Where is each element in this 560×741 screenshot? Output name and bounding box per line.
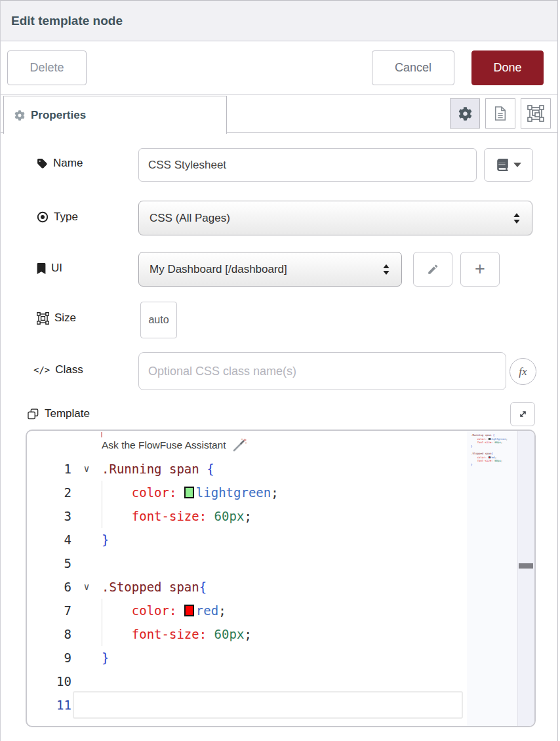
copy-icon (27, 408, 39, 420)
ui-select[interactable]: My Dashboard [/dashboard] (138, 252, 402, 287)
line-number: 1 (27, 462, 71, 476)
document-icon (493, 106, 508, 121)
code-text: font-size: 60px; (102, 509, 252, 523)
expand-icon (517, 409, 529, 420)
code-line[interactable]: 5 (27, 551, 464, 575)
code-text: color: lightgreen; (102, 485, 279, 500)
line-number: 8 (27, 627, 71, 641)
node-properties-button[interactable] (450, 98, 480, 129)
fold-chevron-icon[interactable]: ∨ (71, 463, 102, 475)
color-swatch[interactable] (184, 605, 194, 616)
name-input[interactable] (138, 148, 477, 182)
code-line[interactable]: 2 color: lightgreen; (27, 481, 464, 504)
node-appearance-button[interactable] (521, 98, 551, 129)
scrollbar-thumb[interactable] (519, 563, 533, 569)
object-group-icon (527, 105, 544, 122)
code-line[interactable]: 10 (27, 670, 464, 693)
assistant-hint[interactable]: Ask the FlowFuse Assistant (27, 433, 464, 457)
object-group-icon (37, 312, 49, 325)
code-text: font-size: 60px; (102, 627, 252, 641)
edit-template-node-dialog: Edit template node Delete Cancel Done Pr… (0, 0, 558, 741)
minimap-line (471, 470, 520, 474)
type-select-value: CSS (All Pages) (150, 212, 512, 225)
book-icon (496, 159, 509, 171)
edit-ui-button[interactable] (413, 252, 452, 287)
editor-minimap[interactable]: .Running span { color: lightgreen; font-… (467, 431, 520, 726)
name-label: Name (37, 157, 83, 170)
magic-wand-icon (232, 438, 247, 452)
code-text: color: red; (102, 603, 226, 618)
template-label: Template (27, 407, 90, 420)
fold-chevron-icon[interactable]: ∨ (71, 581, 102, 593)
line-number: 9 (27, 651, 71, 665)
line-number: 5 (27, 556, 71, 571)
code-text: .Stopped span{ (102, 580, 207, 594)
pencil-icon (427, 264, 439, 275)
code-text: } (102, 651, 109, 665)
tag-icon (37, 158, 48, 169)
add-ui-button[interactable]: + (460, 252, 500, 287)
dialog-header: Edit template node (1, 1, 557, 41)
color-swatch[interactable] (184, 487, 194, 498)
node-description-button[interactable] (485, 98, 515, 129)
line-number: 7 (27, 603, 71, 618)
template-code-editor[interactable]: Ask the FlowFuse Assistant 1∨.Running sp… (26, 430, 536, 727)
ui-label: UI (37, 262, 62, 275)
bookmark-icon (37, 263, 46, 274)
tab-properties-label: Properties (31, 109, 86, 122)
class-label: </> Class (33, 363, 83, 376)
code-lines: 1∨.Running span {2 color: lightgreen;3 f… (27, 457, 464, 717)
circle-dot-icon (37, 211, 49, 223)
line-number: 3 (27, 509, 71, 523)
code-line[interactable]: 3 font-size: 60px; (27, 504, 464, 528)
line-number: 2 (27, 485, 71, 500)
line-number: 6 (27, 580, 71, 594)
gear-icon (14, 110, 25, 121)
line-number: 11 (27, 698, 71, 712)
fx-expression-button[interactable]: fx (510, 358, 536, 385)
done-button[interactable]: Done (471, 50, 544, 85)
code-line[interactable]: 6∨.Stopped span{ (27, 575, 464, 599)
library-button[interactable] (484, 148, 533, 182)
expand-editor-button[interactable] (510, 402, 535, 426)
line-number: 10 (27, 674, 71, 689)
fx-icon: fx (519, 365, 527, 378)
updown-caret-icon (382, 262, 391, 277)
code-brackets-icon: </> (33, 365, 50, 375)
tab-properties[interactable]: Properties (3, 96, 227, 134)
line-number: 4 (27, 532, 71, 547)
delete-button[interactable]: Delete (7, 50, 87, 85)
code-line[interactable]: 7 color: red; (27, 599, 464, 622)
dialog-title: Edit template node (11, 14, 123, 28)
editor-scrollbar[interactable] (517, 431, 534, 726)
code-text: .Running span { (102, 462, 214, 476)
assistant-hint-text: Ask the FlowFuse Assistant (102, 439, 226, 451)
type-label: Type (37, 210, 78, 224)
cancel-button[interactable]: Cancel (372, 50, 454, 85)
dialog-toolbar: Delete Cancel Done (1, 42, 557, 95)
code-line[interactable]: 11 (27, 693, 464, 717)
updown-caret-icon (512, 211, 521, 226)
plus-icon: + (475, 259, 485, 279)
gear-icon (458, 107, 472, 121)
type-select[interactable]: CSS (All Pages) (138, 201, 532, 235)
ui-select-value: My Dashboard [/dashboard] (150, 263, 382, 276)
code-line[interactable]: 8 font-size: 60px; (27, 622, 464, 646)
code-line[interactable]: 1∨.Running span { (27, 457, 464, 481)
size-auto-button[interactable]: auto (140, 302, 177, 338)
code-line[interactable]: 9} (27, 646, 464, 670)
chevron-down-icon (513, 163, 521, 167)
minimap-code: .Running span { color: lightgreen; font-… (467, 431, 520, 474)
code-line[interactable]: 4} (27, 528, 464, 551)
tab-bar: Properties (1, 96, 557, 133)
class-input[interactable] (138, 352, 506, 390)
size-label: Size (37, 311, 76, 325)
code-text: } (102, 532, 109, 547)
